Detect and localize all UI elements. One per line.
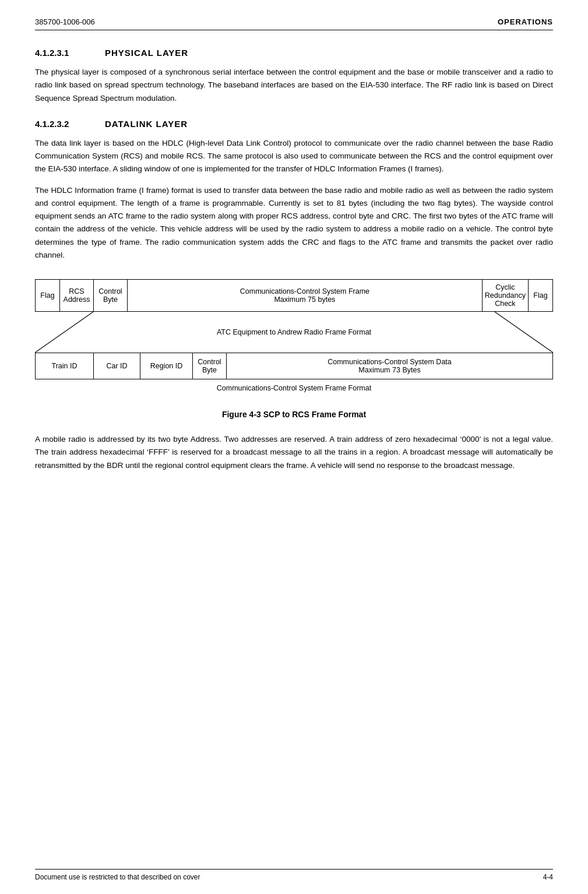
- doc-number: 385700-1006-006: [35, 17, 95, 26]
- connector-area: ATC Equipment to Andrew Radio Frame Form…: [35, 312, 553, 353]
- post-figure-para-1: A mobile radio is addressed by its two b…: [35, 433, 553, 472]
- outer-flag1-cell: Flag: [36, 280, 60, 312]
- datalink-para-1: The data link layer is based on the HDLC…: [35, 137, 553, 176]
- section-heading-datalink: 4.1.2.3.2 DATALINK LAYER: [35, 119, 553, 129]
- connector-label: ATC Equipment to Andrew Radio Frame Form…: [35, 328, 553, 336]
- footer-center: Document use is restricted to that descr…: [35, 873, 200, 881]
- datalink-para-2: The HDLC Information frame (I frame) for…: [35, 184, 553, 262]
- page: 385700-1006-006 OPERATIONS 4.1.2.3.1 PHY…: [0, 0, 588, 894]
- outer-frame-table: Flag RCSAddress ControlByte Communicatio…: [35, 279, 553, 312]
- section-title-physical: PHYSICAL LAYER: [105, 48, 188, 58]
- inner-region-cell: Region ID: [140, 353, 193, 379]
- inner-frame-table: Train ID Car ID Region ID ControlByte Co…: [35, 353, 553, 379]
- physical-layer-para: The physical layer is composed of a sync…: [35, 66, 553, 105]
- page-header: 385700-1006-006 OPERATIONS: [35, 17, 553, 30]
- inner-ctrl-cell: ControlByte: [193, 353, 227, 379]
- inner-train-cell: Train ID: [36, 353, 94, 379]
- inner-comm-cell: Communications-Control System DataMaximu…: [227, 353, 553, 379]
- inner-car-cell: Car ID: [94, 353, 140, 379]
- outer-crc-cell: CyclicRedundancyCheck: [482, 280, 528, 312]
- footer-page-number: 4-4: [543, 873, 553, 881]
- outer-ctrl-cell: ControlByte: [94, 280, 128, 312]
- page-footer: Document use is restricted to that descr…: [35, 869, 553, 881]
- inner-frame-caption: Communications-Control System Frame Form…: [35, 384, 553, 392]
- section-label: OPERATIONS: [498, 17, 553, 26]
- section-title-datalink: DATALINK LAYER: [105, 119, 188, 129]
- section-num-datalink: 4.1.2.3.2: [35, 119, 87, 129]
- outer-flag2-cell: Flag: [529, 280, 553, 312]
- section-num-physical: 4.1.2.3.1: [35, 48, 87, 58]
- outer-rcs-cell: RCSAddress: [60, 280, 94, 312]
- diagram-area: Flag RCSAddress ControlByte Communicatio…: [35, 279, 553, 419]
- section-heading-physical: 4.1.2.3.1 PHYSICAL LAYER: [35, 48, 553, 58]
- outer-comm-cell: Communications-Control System FrameMaxim…: [128, 280, 483, 312]
- figure-caption: Figure 4-3 SCP to RCS Frame Format: [35, 410, 553, 419]
